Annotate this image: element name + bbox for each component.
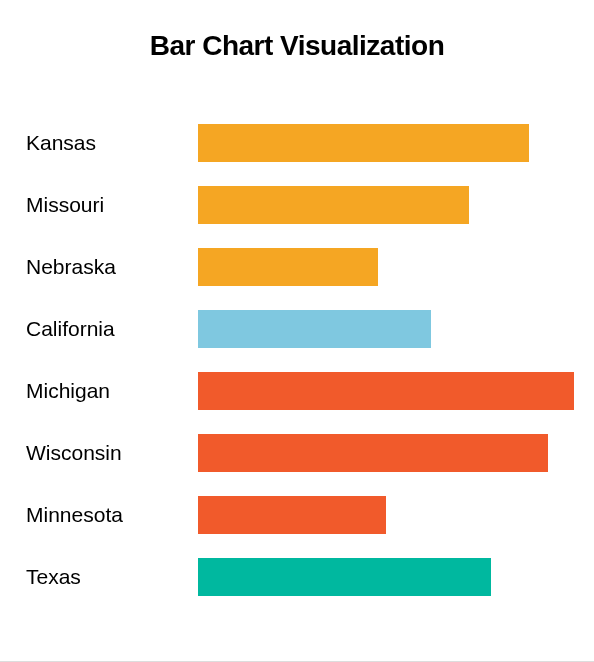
bar-row: Wisconsin: [20, 422, 574, 484]
bar-fill: [198, 124, 529, 162]
bar-row: Missouri: [20, 174, 574, 236]
bar-track: [198, 310, 574, 348]
bar-row: Minnesota: [20, 484, 574, 546]
bar-track: [198, 558, 574, 596]
chart-area: Kansas Missouri Nebraska California Mich: [20, 112, 574, 608]
bar-label: Minnesota: [20, 503, 198, 527]
bar-track: [198, 496, 574, 534]
bar-label: Michigan: [20, 379, 198, 403]
bar-label: Nebraska: [20, 255, 198, 279]
bar-row: Kansas: [20, 112, 574, 174]
bar-label: Wisconsin: [20, 441, 198, 465]
bar-fill: [198, 186, 469, 224]
bar-track: [198, 124, 574, 162]
bar-label: Texas: [20, 565, 198, 589]
bar-fill: [198, 310, 431, 348]
bar-label: California: [20, 317, 198, 341]
bar-track: [198, 186, 574, 224]
bar-row: Nebraska: [20, 236, 574, 298]
bar-fill: [198, 558, 491, 596]
bar-fill: [198, 248, 378, 286]
bar-row: California: [20, 298, 574, 360]
bar-track: [198, 434, 574, 472]
bar-row: Texas: [20, 546, 574, 608]
chart-title: Bar Chart Visualization: [20, 30, 574, 62]
bar-label: Missouri: [20, 193, 198, 217]
bar-track: [198, 372, 574, 410]
bar-row: Michigan: [20, 360, 574, 422]
chart-container: Bar Chart Visualization Kansas Missouri …: [0, 0, 594, 628]
bar-track: [198, 248, 574, 286]
bar-label: Kansas: [20, 131, 198, 155]
bar-fill: [198, 372, 574, 410]
bar-fill: [198, 434, 548, 472]
bar-fill: [198, 496, 386, 534]
